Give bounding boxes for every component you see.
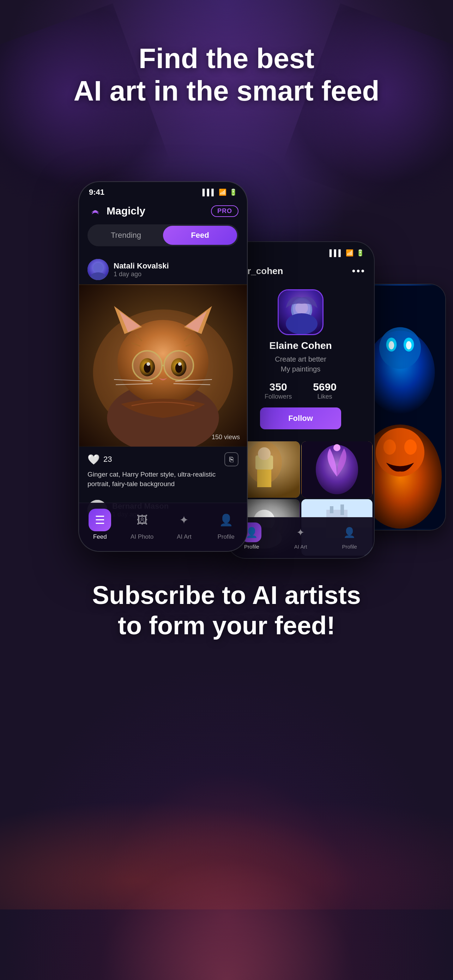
feed-icon: ☰ xyxy=(95,513,105,527)
profile-nav-profile2-icon: 👤 xyxy=(343,527,356,538)
profile-nav-ai-art-label: AI Art xyxy=(294,544,307,550)
svg-point-54 xyxy=(379,328,421,369)
followers-label: Followers xyxy=(265,393,292,400)
post1-author-info: Natali Kovalski 1 day ago xyxy=(114,261,169,278)
avatar-art xyxy=(87,259,109,280)
wifi-icon: 📶 xyxy=(219,188,227,196)
post1-actions: 🤍 23 ⎘ xyxy=(87,452,238,466)
bottom-cta-section: Subscribe to AI artists to form your fee… xyxy=(0,552,453,683)
grid-art-2 xyxy=(301,441,373,498)
like-count: 23 xyxy=(103,455,112,464)
nav-ai-art-label: AI Art xyxy=(177,533,192,541)
likes-stat: 5690 Likes xyxy=(313,381,337,400)
app-header: Magicly PRO xyxy=(79,200,247,224)
hero-title: Find the best AI art in the smart feed xyxy=(0,42,453,107)
svg-rect-39 xyxy=(257,469,271,487)
profile-nav-ai-art-icon-wrap: ✦ xyxy=(291,522,310,542)
bottom-glow-decoration xyxy=(0,768,453,980)
post1-footer: 🤍 23 ⎘ Ginger cat, Harry Potter style, u… xyxy=(79,447,247,494)
likes-count: 5690 xyxy=(313,381,337,393)
nav-ai-photo-label: AI Photo xyxy=(130,533,153,541)
svg-point-58 xyxy=(406,341,412,350)
followers-count: 350 xyxy=(265,381,292,393)
more-options-button[interactable]: ••• xyxy=(352,265,366,277)
battery-icon: 🔋 xyxy=(229,188,237,196)
status-bar-main: 9:41 ▌▌▌ 📶 🔋 xyxy=(79,182,247,200)
profile-status-icons: ▌▌▌ 📶 🔋 xyxy=(329,249,364,257)
profile-name: Elaine Cohen xyxy=(269,340,332,352)
profile-screen-header: lorr_cohen ••• xyxy=(227,259,374,282)
phone-profile: ▌▌▌ 📶 🔋 lorr_cohen ••• xyxy=(227,241,375,559)
nav-ai-photo-icon-wrap: 🖼 xyxy=(131,509,153,531)
ai-art-icon: ✦ xyxy=(179,513,189,527)
profile-bio: Create art better My paintings xyxy=(275,354,326,374)
tab-switcher[interactable]: Trending Feed xyxy=(87,224,238,246)
grid-item-2 xyxy=(301,441,373,498)
profile-nav-ai-art-icon: ✦ xyxy=(296,527,304,538)
profile-art-svg xyxy=(279,290,324,335)
nav-ai-art[interactable]: ✦ AI Art xyxy=(173,509,196,541)
nav-profile-label: Profile xyxy=(218,533,235,541)
likes-label: Likes xyxy=(313,393,337,400)
phone-main: 9:41 ▌▌▌ 📶 🔋 Magicly PRO Trending Feed xyxy=(78,181,248,552)
follow-button[interactable]: Follow xyxy=(260,407,341,430)
hero-section: Find the best AI art in the smart feed xyxy=(0,0,453,129)
post1-author-name: Natali Kovalski xyxy=(114,261,169,270)
post1-caption: Ginger cat, Harry Potter style, ultra-re… xyxy=(87,470,238,488)
nav-profile-icon-wrap: 👤 xyxy=(215,509,237,531)
like-row: 🤍 23 xyxy=(87,453,112,465)
post1-time: 1 day ago xyxy=(114,270,169,278)
svg-rect-51 xyxy=(340,504,344,515)
profile-nav-profile2-label: Profile xyxy=(342,544,357,550)
copy-button[interactable]: ⎘ xyxy=(224,452,238,466)
followers-stat: 350 Followers xyxy=(265,381,292,400)
profile-nav-profile2-icon-wrap: 👤 xyxy=(340,522,359,542)
svg-point-57 xyxy=(389,341,394,350)
heart-icon[interactable]: 🤍 xyxy=(87,453,100,465)
cat-art-svg xyxy=(79,284,247,447)
magicly-logo-icon xyxy=(87,203,103,219)
svg-point-6 xyxy=(118,320,208,404)
tab-trending[interactable]: Trending xyxy=(89,226,163,245)
nav-feed-icon-wrap: ☰ xyxy=(89,509,111,531)
app-name-label: Magicly xyxy=(106,205,145,217)
profile-nav-profile2[interactable]: 👤 Profile xyxy=(340,522,359,550)
svg-point-40 xyxy=(258,447,270,460)
svg-point-35 xyxy=(286,313,318,334)
profile-avatar-large xyxy=(278,289,324,335)
tab-feed[interactable]: Feed xyxy=(163,226,237,245)
nav-feed[interactable]: ☰ Feed xyxy=(89,509,111,541)
profile-battery-icon: 🔋 xyxy=(356,249,364,257)
post1-image: 150 views xyxy=(79,284,247,447)
signal-icon: ▌▌▌ xyxy=(202,189,216,196)
nav-feed-label: Feed xyxy=(93,533,107,541)
profile-nav-ai-art[interactable]: ✦ AI Art xyxy=(291,522,310,550)
post1-avatar xyxy=(87,259,109,280)
svg-point-62 xyxy=(404,439,416,455)
cat-artwork: 150 views xyxy=(79,284,247,447)
views-badge: 150 views xyxy=(212,434,240,441)
app-logo: Magicly xyxy=(87,203,145,219)
svg-point-22 xyxy=(146,362,150,366)
status-icons: ▌▌▌ 📶 🔋 xyxy=(202,188,237,196)
profile-wifi-icon: 📶 xyxy=(346,249,353,257)
svg-point-43 xyxy=(334,444,340,451)
post1-avatar-image xyxy=(87,259,109,280)
profile-avatar-section: Elaine Cohen Create art better My painti… xyxy=(227,282,374,436)
svg-point-23 xyxy=(178,362,182,366)
profile-avatar-art xyxy=(279,290,323,334)
pro-badge[interactable]: PRO xyxy=(211,205,238,217)
svg-point-42 xyxy=(316,445,358,494)
profile-icon: 👤 xyxy=(219,513,233,527)
clock: 9:41 xyxy=(89,188,105,197)
svg-point-1 xyxy=(93,263,103,273)
profile-signal-icon: ▌▌▌ xyxy=(329,250,343,257)
bottom-cta-title: Subscribe to AI artists to form your fee… xyxy=(21,580,432,641)
post1-author: Natali Kovalski 1 day ago xyxy=(79,253,247,284)
nav-ai-art-icon-wrap: ✦ xyxy=(173,509,196,531)
nav-ai-photo[interactable]: 🖼 AI Photo xyxy=(130,509,153,541)
profile-stats: 350 Followers 5690 Likes xyxy=(265,381,337,400)
phones-showcase: 9:41 ▌▌▌ 📶 🔋 Magicly PRO Trending Feed xyxy=(0,129,453,552)
nav-profile[interactable]: 👤 Profile xyxy=(215,509,237,541)
svg-point-61 xyxy=(383,439,396,455)
